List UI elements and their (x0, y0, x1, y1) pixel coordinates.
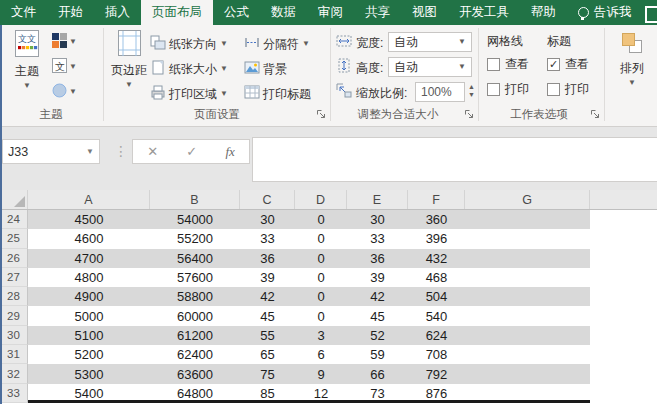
column-header-E[interactable]: E (347, 190, 408, 209)
row-header-32[interactable]: 32 (0, 364, 28, 383)
cell-D27[interactable]: 0 (295, 268, 347, 287)
cell-G24[interactable] (465, 210, 590, 229)
spinner-down-icon[interactable]: ▼ (468, 92, 475, 98)
cell-B28[interactable]: 58800 (150, 287, 240, 306)
row-header-28[interactable]: 28 (0, 287, 28, 306)
column-header-G[interactable]: G (465, 190, 590, 209)
tab-review[interactable]: 审阅 (307, 0, 354, 25)
formula-bar-input[interactable] (252, 137, 657, 182)
cell-E28[interactable]: 42 (347, 287, 408, 306)
tab-tell-me[interactable]: 告诉我 (567, 0, 643, 25)
column-header-D[interactable]: D (295, 190, 347, 209)
cell-G32[interactable] (465, 364, 590, 383)
checkbox-icon[interactable] (487, 83, 500, 96)
cell-A31[interactable]: 5200 (28, 345, 150, 364)
cell-F31[interactable]: 708 (408, 345, 465, 364)
cell-G27[interactable] (465, 268, 590, 287)
cell-E26[interactable]: 36 (347, 249, 408, 268)
tab-page-layout[interactable]: 页面布局 (141, 0, 213, 25)
column-header-B[interactable]: B (150, 190, 240, 209)
headings-print-checkbox[interactable]: 打印 (547, 81, 589, 97)
page-setup-dialog-launcher-icon[interactable] (316, 109, 327, 120)
cell-D30[interactable]: 3 (295, 326, 347, 345)
cancel-icon[interactable]: ✕ (147, 144, 158, 159)
cell-B27[interactable]: 57600 (150, 268, 240, 287)
cell-D28[interactable]: 0 (295, 287, 347, 306)
scale-input[interactable]: 100% (415, 82, 465, 102)
row-header-29[interactable]: 29 (0, 306, 28, 325)
row-header-25[interactable]: 25 (0, 229, 28, 248)
cell-E24[interactable]: 30 (347, 210, 408, 229)
sheet-options-dialog-launcher-icon[interactable] (590, 109, 601, 120)
tab-file[interactable]: 文件 (0, 0, 47, 25)
cell-D31[interactable]: 6 (295, 345, 347, 364)
cell-A26[interactable]: 4700 (28, 249, 150, 268)
paper-size-button[interactable]: 纸张大小 ▼ (150, 59, 228, 79)
tab-data[interactable]: 数据 (260, 0, 307, 25)
checkbox-icon[interactable] (547, 83, 560, 96)
cell-A29[interactable]: 5000 (28, 306, 150, 325)
cell-B29[interactable]: 60000 (150, 306, 240, 325)
share-icon[interactable] (645, 6, 657, 23)
cell-A27[interactable]: 4800 (28, 268, 150, 287)
cell-A32[interactable]: 5300 (28, 364, 150, 383)
margins-button[interactable]: 页边距 ▼ (107, 29, 151, 89)
tab-insert[interactable]: 插入 (94, 0, 141, 25)
cell-F26[interactable]: 432 (408, 249, 465, 268)
cell-B25[interactable]: 55200 (150, 229, 240, 248)
cell-E30[interactable]: 52 (347, 326, 408, 345)
cell-D26[interactable]: 0 (295, 249, 347, 268)
cell-C24[interactable]: 30 (240, 210, 295, 229)
theme-colors-button[interactable]: ▼ (52, 31, 77, 53)
tab-view[interactable]: 视图 (401, 0, 448, 25)
cell-F29[interactable]: 540 (408, 306, 465, 325)
cell-A28[interactable]: 4900 (28, 287, 150, 306)
tab-formulas[interactable]: 公式 (213, 0, 260, 25)
print-area-button[interactable]: 打印区域 ▼ (150, 84, 228, 104)
background-button[interactable]: 背景 (244, 59, 287, 79)
cell-B24[interactable]: 54000 (150, 210, 240, 229)
cell-C31[interactable]: 65 (240, 345, 295, 364)
cell-C27[interactable]: 39 (240, 268, 295, 287)
select-all-button[interactable] (0, 190, 28, 209)
chevron-down-icon[interactable]: ▼ (86, 147, 94, 156)
column-header-C[interactable]: C (240, 190, 295, 209)
scale-to-fit-dialog-launcher-icon[interactable] (464, 109, 475, 120)
cell-C28[interactable]: 42 (240, 287, 295, 306)
column-header-A[interactable]: A (28, 190, 150, 209)
cell-D24[interactable]: 0 (295, 210, 347, 229)
cell-F24[interactable]: 360 (408, 210, 465, 229)
cell-G29[interactable] (465, 306, 590, 325)
print-titles-button[interactable]: 打印标题 (244, 84, 311, 104)
cell-G31[interactable] (465, 345, 590, 364)
cell-A25[interactable]: 4600 (28, 229, 150, 248)
cell-C29[interactable]: 45 (240, 306, 295, 325)
cell-C25[interactable]: 33 (240, 229, 295, 248)
cell-E29[interactable]: 45 (347, 306, 408, 325)
cell-C30[interactable]: 55 (240, 326, 295, 345)
row-header-27[interactable]: 27 (0, 268, 28, 287)
gridlines-print-checkbox[interactable]: 打印 (487, 81, 529, 97)
row-header-30[interactable]: 30 (0, 326, 28, 345)
checkbox-icon[interactable] (487, 58, 500, 71)
breaks-button[interactable]: 分隔符 ▼ (244, 34, 310, 54)
cell-D29[interactable]: 0 (295, 306, 347, 325)
cell-G25[interactable] (465, 229, 590, 248)
cell-D32[interactable]: 9 (295, 364, 347, 383)
cell-G26[interactable] (465, 249, 590, 268)
cell-E25[interactable]: 33 (347, 229, 408, 248)
row-header-24[interactable]: 24 (0, 210, 28, 229)
tab-home[interactable]: 开始 (47, 0, 94, 25)
theme-fonts-button[interactable]: 文 ▼ (52, 56, 77, 78)
headings-view-checkbox[interactable]: ✓ 查看 (547, 56, 589, 72)
tab-help[interactable]: 帮助 (520, 0, 567, 25)
cell-B26[interactable]: 56400 (150, 249, 240, 268)
row-header-26[interactable]: 26 (0, 249, 28, 268)
theme-effects-button[interactable]: ▼ (52, 81, 77, 103)
cell-C26[interactable]: 36 (240, 249, 295, 268)
name-box[interactable]: J33 ▼ (2, 139, 100, 164)
cell-G30[interactable] (465, 326, 590, 345)
column-header-F[interactable]: F (408, 190, 465, 209)
row-header-31[interactable]: 31 (0, 345, 28, 364)
cell-C32[interactable]: 75 (240, 364, 295, 383)
